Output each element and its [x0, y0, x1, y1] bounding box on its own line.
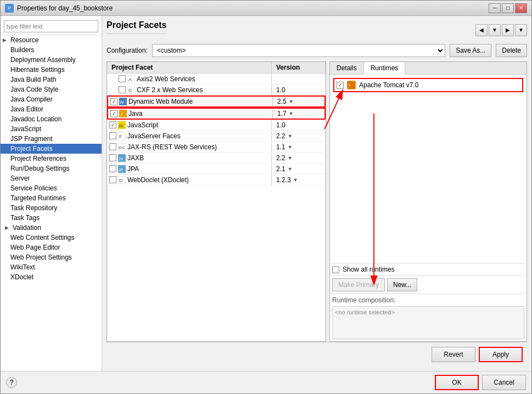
sidebar-item-java-editor[interactable]: Java Editor	[1, 104, 102, 114]
minimize-button[interactable]: ─	[489, 3, 501, 13]
facet-cell-version: 1.7 ▼	[273, 109, 324, 119]
title-bar: P Properties for day_45_bookstore ─ □ ✕	[1, 1, 531, 16]
sidebar-item-task-repository[interactable]: Task Repository	[1, 203, 102, 213]
sidebar-item-jsp-fragment[interactable]: JSP Fragment	[1, 134, 102, 144]
sidebar-item-wikitext[interactable]: WikiText	[1, 262, 102, 272]
show-all-checkbox[interactable]	[332, 266, 339, 273]
facet-cell-version: 2.5 ▼	[273, 97, 324, 106]
tab-details[interactable]: Details	[330, 62, 364, 74]
sidebar-item-resource[interactable]: ▶ Resource	[1, 35, 102, 45]
sidebar-item-validation[interactable]: ▶ Validation	[1, 223, 102, 233]
close-button[interactable]: ✕	[515, 3, 527, 13]
sidebar-item-java-compiler[interactable]: Java Compiler	[1, 94, 102, 104]
facet-cell-name: J Java	[108, 109, 273, 119]
sidebar-item-java-code-style[interactable]: Java Code Style	[1, 85, 102, 94]
svg-text:RS: RS	[119, 145, 125, 150]
facet-checkbox[interactable]	[109, 154, 116, 161]
sidebar-item-javadoc[interactable]: Javadoc Location	[1, 114, 102, 124]
sidebar-item-label: Project Facets	[10, 145, 53, 153]
help-button[interactable]: ?	[6, 377, 17, 388]
version-dropdown-arrow[interactable]: ▼	[289, 111, 294, 116]
sidebar-item-task-tags[interactable]: Task Tags	[1, 213, 102, 223]
version-dropdown-arrow[interactable]: ▼	[293, 177, 298, 183]
sidebar-item-project-references[interactable]: Project References	[1, 154, 102, 164]
forward-button[interactable]: ▶	[502, 24, 514, 36]
sidebar-item-deployment-assembly[interactable]: Deployment Assembly	[1, 55, 102, 65]
forward-dropdown-button[interactable]: ▼	[515, 24, 527, 36]
facet-checkbox[interactable]	[109, 121, 116, 128]
sidebar-item-java-build-path[interactable]: Java Build Path	[1, 75, 102, 85]
config-row: Configuration: <custom> Save As... Delet…	[107, 44, 527, 57]
sidebar-item-server[interactable]: Server	[1, 173, 102, 183]
facet-cell-name: A Axis2 Web Services	[107, 74, 272, 84]
facet-checkbox[interactable]	[109, 132, 116, 139]
tab-runtimes[interactable]: Runtimes	[364, 62, 406, 75]
delete-button[interactable]: Delete	[496, 44, 527, 57]
facet-icon: C	[127, 86, 135, 94]
save-as-button[interactable]: Save As...	[450, 44, 491, 57]
sidebar-item-label: Service Policies	[10, 184, 57, 192]
sidebar-item-label: Java Code Style	[10, 86, 58, 93]
sidebar-item-builders[interactable]: Builders	[1, 45, 102, 55]
sidebar-item-label: Resource	[10, 36, 38, 44]
facet-checkbox[interactable]	[119, 86, 126, 93]
facet-version: 1.1	[276, 143, 285, 151]
sidebar-item-label: Javadoc Location	[10, 115, 61, 123]
filter-input[interactable]	[4, 20, 98, 32]
nav-arrows: ◀ ▼ ▶ ▼	[475, 24, 527, 36]
sidebar-item-label: Java Compiler	[10, 95, 53, 103]
facet-checkbox[interactable]	[109, 176, 116, 183]
revert-button[interactable]: Revert	[432, 347, 475, 362]
apply-button[interactable]: Apply	[479, 347, 523, 362]
facet-row: JX JAXB 2.2 ▼	[107, 153, 326, 164]
new-runtime-button[interactable]: New...	[387, 278, 417, 291]
version-dropdown-arrow[interactable]: ▼	[289, 99, 294, 104]
make-primary-button[interactable]: Make Primary	[332, 278, 385, 291]
ok-cancel-bar: ? OK Cancel	[1, 371, 531, 393]
dropdown-button[interactable]: ▼	[489, 24, 501, 36]
facet-cell-version: 1.1 ▼	[272, 142, 326, 152]
sidebar-item-run-debug[interactable]: Run/Debug Settings	[1, 164, 102, 173]
sidebar-item-label: Run/Debug Settings	[10, 165, 69, 172]
facet-checkbox[interactable]	[109, 143, 116, 150]
back-button[interactable]: ◀	[475, 24, 488, 36]
facet-icon: RS	[118, 143, 126, 151]
details-tabs: Details Runtimes	[330, 62, 527, 75]
sidebar-item-hibernate[interactable]: Hibernate Settings	[1, 65, 102, 75]
svg-text:J: J	[120, 112, 122, 117]
title-bar-left: P Properties for day_45_bookstore	[5, 4, 113, 13]
facet-checkbox[interactable]	[119, 75, 126, 82]
cancel-button[interactable]: Cancel	[482, 375, 526, 390]
sidebar-item-service-policies[interactable]: Service Policies	[1, 183, 102, 193]
facet-version: 2.5	[277, 98, 287, 105]
facet-version: 1.0	[276, 121, 285, 129]
ok-button[interactable]: OK	[435, 375, 479, 390]
sidebar-item-web-content-settings[interactable]: Web Content Settings	[1, 233, 102, 243]
config-select[interactable]: <custom>	[152, 44, 446, 57]
version-dropdown-arrow[interactable]: ▼	[288, 155, 293, 161]
facet-version: 2.2	[276, 132, 285, 140]
sidebar-item-xdoclet[interactable]: XDoclet	[1, 272, 102, 282]
sidebar-item-javascript[interactable]: JavaScript	[1, 124, 102, 134]
sidebar-item-label: Java Editor	[10, 105, 43, 113]
facet-checkbox[interactable]	[110, 98, 117, 105]
sidebar-item-web-project-settings[interactable]: Web Project Settings	[1, 252, 102, 262]
maximize-button[interactable]: □	[502, 3, 514, 13]
facet-checkbox[interactable]	[109, 165, 116, 172]
facet-version: 1.0	[276, 86, 285, 94]
facet-name: Axis2 Web Services	[137, 75, 195, 83]
sidebar-item-project-facets[interactable]: Project Facets	[1, 144, 102, 154]
sidebar: ▶ Resource Builders Deployment Assembly …	[1, 16, 102, 371]
version-dropdown-arrow[interactable]: ▼	[288, 133, 293, 139]
version-dropdown-arrow[interactable]: ▼	[288, 166, 293, 172]
runtime-checkbox[interactable]	[337, 82, 344, 89]
version-dropdown-arrow[interactable]: ▼	[288, 144, 293, 150]
facet-checkbox[interactable]	[110, 110, 117, 117]
facet-cell-name: RS JAX-RS (REST Web Services)	[107, 142, 272, 152]
facet-icon-dynamic-web: W	[119, 98, 127, 105]
expand-arrow: ▶	[3, 37, 8, 43]
svg-text:JX: JX	[119, 157, 124, 161]
sidebar-item-targeted-runtimes[interactable]: Targeted Runtimes	[1, 193, 102, 203]
sidebar-item-label: Project References	[10, 155, 66, 162]
sidebar-item-web-page-editor[interactable]: Web Page Editor	[1, 243, 102, 252]
